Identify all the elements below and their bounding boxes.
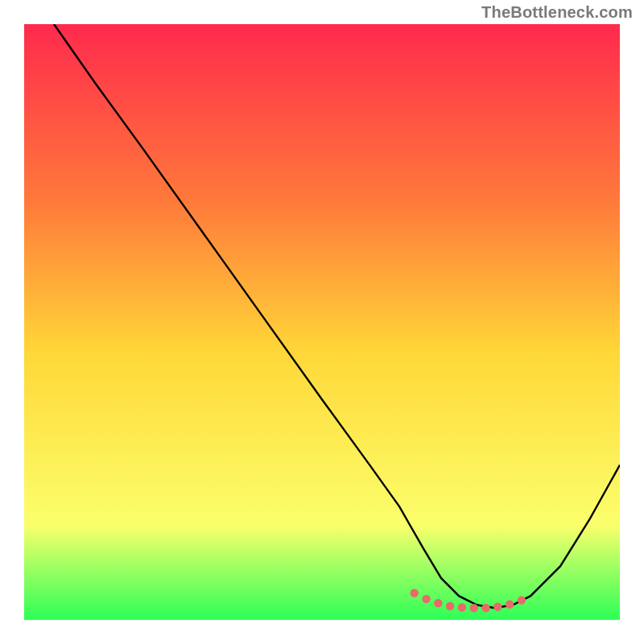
- marker-dot: [481, 604, 489, 612]
- bottleneck-curve-plot: [0, 0, 644, 644]
- gradient-background: [24, 24, 620, 620]
- frame-left: [0, 0, 24, 644]
- marker-dot: [411, 589, 419, 597]
- marker-dot: [422, 595, 430, 603]
- chart-container: { "watermark": "TheBottleneck.com", "col…: [0, 0, 644, 644]
- marker-dot: [434, 599, 442, 607]
- marker-dot: [493, 603, 502, 611]
- frame-right: [620, 0, 644, 644]
- marker-dot: [470, 604, 478, 612]
- marker-dot: [518, 596, 526, 604]
- marker-dot: [446, 602, 454, 610]
- marker-dot: [458, 603, 466, 611]
- marker-dot: [506, 601, 514, 609]
- watermark-label: TheBottleneck.com: [481, 3, 633, 22]
- frame-bottom: [0, 620, 644, 644]
